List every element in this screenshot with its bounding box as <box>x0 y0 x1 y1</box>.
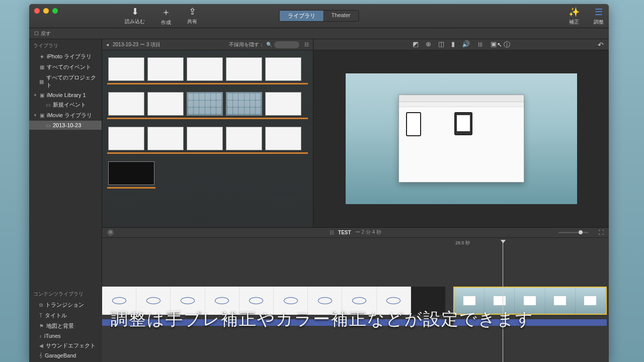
color-correction-icon[interactable]: ⊕ <box>426 40 431 49</box>
share-icon: ⇪ <box>189 6 196 17</box>
sidebar-item[interactable]: ★iPhoto ライブラリ <box>29 51 102 62</box>
share-label: 共有 <box>187 18 197 25</box>
upper-split: ◂ 2013-10-23 ー 3 項目 不採用を隠す： 🔍 ☷ <box>102 39 609 227</box>
preview-content-window <box>398 95 524 183</box>
playhead-time-label: 28.5 秒 <box>455 240 470 246</box>
clip-thumb[interactable] <box>187 57 223 81</box>
clip-row[interactable] <box>106 90 309 118</box>
viewer-canvas[interactable] <box>313 50 609 227</box>
clip-row[interactable] <box>106 125 309 152</box>
clip-thumb[interactable] <box>108 92 144 116</box>
stabilization-icon[interactable]: ▮ <box>451 40 455 49</box>
ipad-device-icon <box>454 112 472 135</box>
browser-title: 2013-10-23 ー 3 項目 <box>113 41 160 48</box>
zoom-window-button[interactable] <box>52 8 58 14</box>
back-label[interactable]: 戻す <box>41 30 51 37</box>
crop-icon[interactable]: ◫ <box>438 40 444 49</box>
plus-icon: ＋ <box>162 6 171 18</box>
right-toolbar: ✨ 補正 ☰ 調整 <box>569 7 604 26</box>
event-browser: ◂ 2013-10-23 ー 3 項目 不採用を隠す： 🔍 ☷ <box>102 39 313 227</box>
import-button[interactable]: ⬇ 読み込む <box>125 6 145 26</box>
subtitle-caption: 調整は手ブレ補正やカラー補正などが設定できます <box>0 308 644 331</box>
import-label: 読み込む <box>125 18 145 25</box>
sidebar-item[interactable]: ▦すべてのイベント <box>29 62 102 72</box>
playhead[interactable] <box>503 240 503 362</box>
back-icon[interactable]: ☐ <box>34 31 39 36</box>
device-label <box>430 112 445 177</box>
clip-thumb[interactable] <box>108 127 144 150</box>
timeline-body[interactable]: 28.5 秒 <box>102 238 609 362</box>
project-name: TEST <box>338 230 351 235</box>
content-lib-item-label: iTunes <box>44 333 61 339</box>
content-lib-item-label: サウンドエフェクト <box>46 342 96 349</box>
list-view-icon[interactable]: ☷ <box>304 42 309 47</box>
clip-row[interactable] <box>106 159 156 187</box>
sidebar-item-label: iMovie Library 1 <box>47 92 86 98</box>
sidebar-item[interactable]: ▼▣iMovie Library 1 <box>29 90 102 100</box>
clip-thumb[interactable] <box>226 92 262 116</box>
clip-thumb[interactable] <box>147 57 184 81</box>
clip-thumb[interactable] <box>108 57 144 81</box>
clip-row[interactable] <box>106 55 309 83</box>
close-window-button[interactable] <box>34 8 40 14</box>
color-balance-icon[interactable]: ◩ <box>413 40 419 49</box>
content-lib-item[interactable]: ◀サウンドエフェクト <box>29 340 102 351</box>
adjust-label: 調整 <box>594 19 604 26</box>
create-button[interactable]: ＋ 作成 <box>161 6 171 26</box>
sidebar-item-icon: ▭ <box>46 102 50 108</box>
clip-thumb[interactable] <box>265 57 301 81</box>
thumbnails-area[interactable] <box>102 50 313 227</box>
content-lib-item[interactable]: 𝄞GarageBand <box>29 351 102 360</box>
speed-icon[interactable]: ▣ <box>491 40 497 49</box>
enhance-button[interactable]: ✨ 補正 <box>569 7 580 26</box>
adjustment-toolbar: ◩ ⊕ ◫ ▮ 🔊 ⫼ ▣ ⓘ ↶ <box>313 39 609 50</box>
zoom-slider[interactable] <box>558 232 589 233</box>
sidebar-item-icon: ▭ <box>46 123 50 128</box>
clip-thumb[interactable] <box>226 127 262 150</box>
sidebar-item[interactable]: ▭新規イベント <box>29 100 102 110</box>
clip-thumb[interactable] <box>265 92 301 116</box>
window-controls <box>34 8 58 14</box>
clip-thumb[interactable] <box>265 127 301 150</box>
sidebar-item[interactable]: ▦すべてのプロジェクト <box>29 72 102 90</box>
sidebar-item-label: iPhoto ライブラリ <box>47 53 92 60</box>
main-toolbar: ⬇ 読み込む ＋ 作成 ⇪ 共有 <box>125 6 197 26</box>
close-timeline-icon[interactable]: ✕ <box>107 229 114 236</box>
content-lib-item[interactable]: ♪iTunes <box>29 331 102 340</box>
minimize-window-button[interactable] <box>43 8 49 14</box>
sidebar-item-icon: ▣ <box>40 113 44 118</box>
noise-equalizer-icon[interactable]: ⫼ <box>477 40 484 49</box>
clip-thumb[interactable] <box>187 127 223 150</box>
tab-theater[interactable]: Theater <box>324 11 359 21</box>
event-browser-back-icon[interactable]: ◂ <box>106 42 109 47</box>
sidebar-item-icon: ▦ <box>39 79 44 84</box>
search-icon[interactable]: 🔍 <box>266 42 272 47</box>
sidebar-item[interactable]: ▼▣iMovie ライブラリ <box>29 110 102 121</box>
subbar: ☐ 戻す <box>29 28 609 39</box>
share-button[interactable]: ⇪ 共有 <box>187 6 197 26</box>
volume-icon[interactable]: 🔊 <box>462 40 470 49</box>
disclosure-triangle-icon[interactable]: ▼ <box>33 113 37 118</box>
clip-thumb[interactable] <box>147 92 184 116</box>
project-duration: ー 2 分 4 秒 <box>355 229 381 236</box>
info-icon[interactable]: ⓘ <box>504 40 510 49</box>
clip-thumb[interactable] <box>108 161 154 185</box>
expand-timeline-icon[interactable]: ⛶ <box>598 229 604 235</box>
disclosure-triangle-icon[interactable]: ▼ <box>33 93 37 98</box>
undo-icon[interactable]: ↶ <box>598 41 604 49</box>
clip-thumb[interactable] <box>226 57 262 81</box>
timeline-header: ✕ ☷ TEST ー 2 分 4 秒 ⛶ <box>102 228 609 238</box>
content-lib-item-icon: 𝄞 <box>39 352 42 358</box>
iphone-device-icon <box>406 112 421 136</box>
project-indicator-icon: ☷ <box>330 230 334 235</box>
adjust-button[interactable]: ☰ 調整 <box>594 7 604 26</box>
sidebar-item[interactable]: ▭2013-10-23 <box>29 121 102 130</box>
content-lib-item-label: GarageBand <box>45 352 76 358</box>
sidebar-item-label: 新規イベント <box>53 101 86 109</box>
browser-header: ◂ 2013-10-23 ー 3 項目 不採用を隠す： 🔍 ☷ <box>102 39 313 50</box>
clip-thumb[interactable] <box>187 92 223 116</box>
tab-library[interactable]: ライブラリ <box>280 11 324 21</box>
sliders-icon: ☰ <box>595 7 603 18</box>
search-input[interactable] <box>274 41 299 48</box>
clip-thumb[interactable] <box>147 127 184 150</box>
